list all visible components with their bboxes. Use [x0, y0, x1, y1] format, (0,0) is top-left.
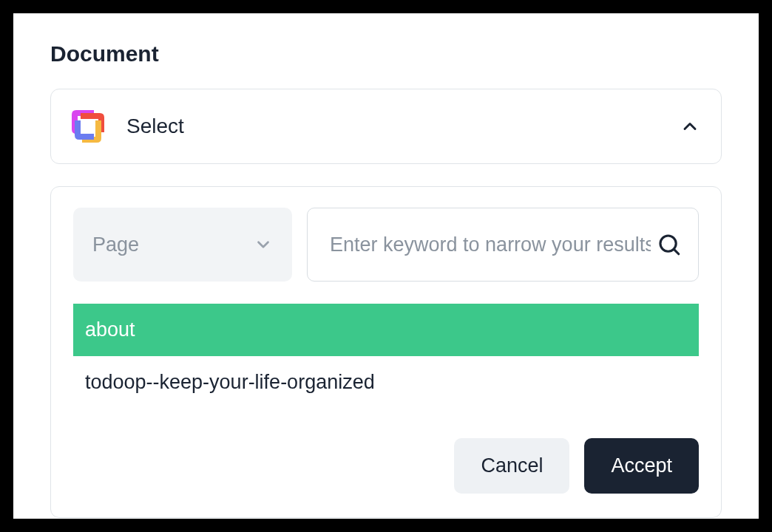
cancel-button[interactable]: Cancel: [454, 438, 569, 494]
chevron-down-icon: [254, 235, 273, 254]
page-type-label: Page: [92, 233, 254, 256]
shortcut-logo-icon: [67, 106, 109, 147]
accept-button[interactable]: Accept: [584, 438, 699, 494]
dialog-container: Document Select Page: [13, 13, 759, 519]
chevron-up-icon: [680, 116, 700, 137]
list-item[interactable]: todoop--keep-your-life-organized: [73, 356, 699, 409]
search-input[interactable]: [330, 233, 651, 256]
page-type-select[interactable]: Page: [73, 208, 292, 282]
svg-line-1: [674, 249, 678, 253]
search-icon: [657, 232, 682, 257]
dropdown-panel: Page about todoop--keep-your-life-org: [50, 186, 722, 518]
search-box: [307, 208, 699, 282]
filter-row: Page: [73, 208, 699, 282]
page-title: Document: [50, 41, 722, 66]
document-select-trigger[interactable]: Select: [50, 89, 722, 164]
button-row: Cancel Accept: [73, 438, 699, 494]
list-item[interactable]: about: [73, 304, 699, 356]
select-label: Select: [126, 115, 680, 138]
